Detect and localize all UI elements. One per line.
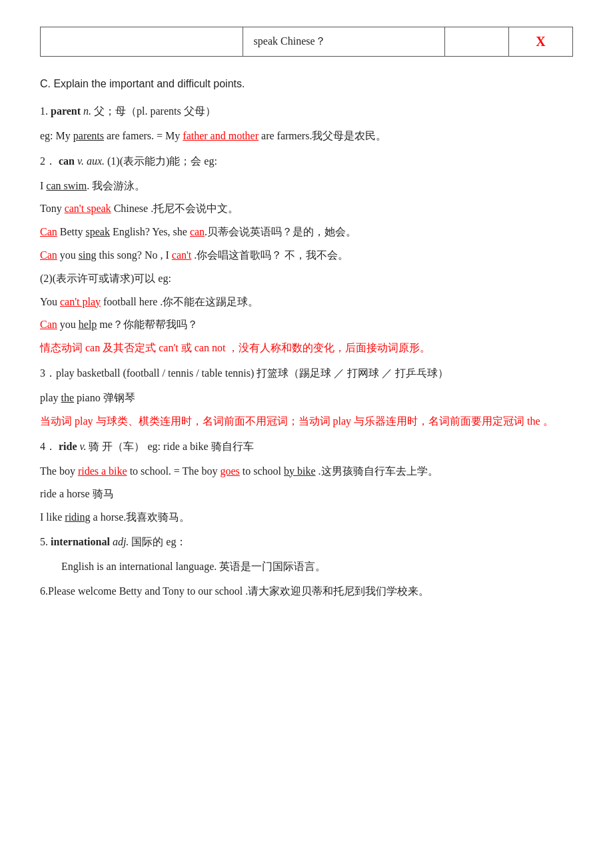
cant-play: can't play [60,296,101,307]
item-4-pos: v. [80,441,87,452]
item-1-pos: n. [83,105,91,117]
rides-a-bike: rides a bike [78,465,127,477]
item-1-eg: eg: My parents are famers. = My father a… [40,127,573,145]
item-2-paren-2: (2)(表示许可或请求)可以 eg: [40,269,573,289]
item-2-sub-1: I can swim. 我会游泳。 [40,177,573,196]
item-4: 4． ride v. 骑 开（车） eg: ride a bike 骑自行车 [40,437,573,457]
item-2-label: can [59,155,75,167]
cant-speak: can't speak [65,203,111,214]
item-5-def: 国际的 eg： [131,536,187,547]
can-swim: can swim [46,180,87,191]
item-1-label: parent [51,105,81,117]
item-6: 6.Please welcome Betty and Tony to our s… [40,582,573,601]
table-cell-x: X [509,27,573,57]
item-4-sub-3: I like riding a horse.我喜欢骑马。 [40,508,573,527]
item-4-num: 4． [40,441,56,452]
item-2-def: (1)(表示能力)能；会 eg: [107,155,217,167]
item-2-note: 情态动词 can 及其否定式 can't 或 can not ，没有人称和数的变… [40,339,573,357]
item-2-sub-6: Can you help me？你能帮帮我吗？ [40,315,573,335]
item-2-sub-4: Can you sing this song? No , I can't .你会… [40,246,573,265]
can-betty: Can [40,226,57,237]
riding-underline: riding [65,511,90,523]
item-4-def: 骑 开（车） eg: ride a bike 骑自行车 [89,441,253,452]
item-3: 3．play basketball (football / tennis / t… [40,364,573,383]
item-2-pos: v. aux. [77,155,105,167]
item-2-num: 2． [40,155,56,167]
header-table: speak Chinese？ X [40,27,573,57]
item-2-sub-3: Can Betty speak English? Yes, she can.贝蒂… [40,223,573,242]
sing-underline: sing [79,249,97,261]
table-cell-1 [41,27,243,57]
section-heading: C. Explain the important and difficult p… [40,78,573,90]
item-5-num: 5. [40,536,51,547]
item-5-eg: English is an international language. 英语… [61,557,573,577]
item-3-note: 当动词 play 与球类、棋类连用时，名词前面不用冠词；当动词 play 与乐器… [40,412,573,431]
parents-underline: parents [73,130,104,141]
item-5-label: international [51,536,110,547]
table-cell-3 [445,27,509,57]
item-2: 2． can v. aux. (1)(表示能力)能；会 eg: [40,152,573,171]
item-2-sub-5: You can't play football here .你不能在这踢足球。 [40,293,573,312]
item-1-def: 父；母（pl. parents 父母） [94,105,216,117]
icant: can't [172,249,192,261]
item-1-num: 1. [40,105,51,117]
can-you-help: Can [40,319,57,330]
item-1: 1. parent n. 父；母（pl. parents 父母） [40,102,573,121]
by-bike: by bike [284,465,316,477]
table-cell-speak-chinese: speak Chinese？ [243,27,445,57]
item-4-sub-1: The boy rides a bike to school. = The bo… [40,462,573,481]
item-4-sub-2: ride a horse 骑马 [40,485,573,504]
item-4-label: ride [59,441,77,452]
speak-underline: speak [85,226,109,237]
can-you-sing: Can [40,249,57,261]
the-underline: the [61,392,75,403]
item-5-pos: adj. [113,536,129,547]
item-5: 5. international adj. 国际的 eg： [40,533,573,552]
item-2-sub-2: Tony can't speak Chinese .托尼不会说中文。 [40,199,573,219]
x-mark: X [536,34,545,49]
father-and-mother: father and mother [183,130,259,141]
help-underline: help [79,319,97,330]
can-red: can [190,226,205,237]
item-3-piano: play the piano 弹钢琴 [40,389,573,408]
goes: goes [220,465,239,477]
